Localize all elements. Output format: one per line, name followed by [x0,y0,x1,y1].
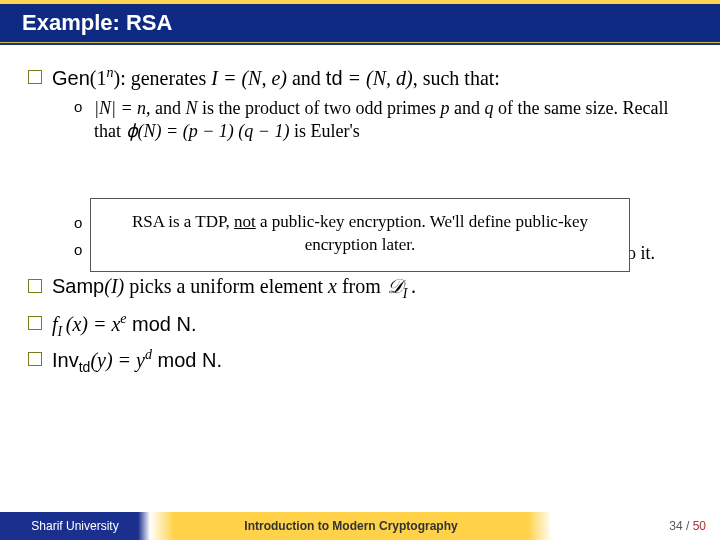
subbullet-n: |N| = n, and N is the product of two odd… [74,97,692,143]
gen-mid: : generates [120,67,211,89]
samp-arg: (I) [104,275,124,297]
gen-arg-open: (1 [90,67,107,89]
gen-ieq: I = (N, e) [211,67,287,89]
inv-arg: (y) = y [90,349,145,371]
callout-a: RSA is a TDP, [132,212,234,231]
gen-tdeq: = (N, d) [343,67,413,89]
gen-fn: Gen [52,67,90,89]
callout-box: RSA is a TDP, not a public-key encryptio… [90,198,630,272]
s1-d: is the product of two odd primes [198,98,441,118]
s1-e: p [441,98,450,118]
samp-mid: picks a uniform element [124,275,328,297]
s1-c: N [186,98,198,118]
bullet-f: fI (x) = xe mod N. [28,310,692,341]
f-arg: (x) = x [66,312,121,334]
samp-fn: Samp [52,275,104,297]
page-number: 34 [669,519,682,533]
inv-sup: d [145,347,152,362]
page-total: 50 [693,519,706,533]
slide-content: Gen(1n): generates I = (N, e) and td = (… [0,56,720,500]
footer: Sharif University Introduction to Modern… [0,512,720,540]
inv-tail: mod N. [152,349,222,371]
samp-x: x [328,275,337,297]
callout-c: a public-key encryption. We'll define pu… [256,212,588,254]
f-tail: mod N. [127,312,197,334]
s1-a: |N| = n [94,98,146,118]
gen-and: and [287,67,326,89]
slide-title: Example: RSA [22,10,172,36]
slide: Example: RSA Gen(1n): generates I = (N, … [0,0,720,540]
s1-tail: is Euler's [289,121,359,141]
f-sub: I [58,323,66,338]
gen-tail: , such that: [413,67,500,89]
samp-dot: . [411,275,416,297]
samp-D: 𝒟 [386,275,403,297]
inv-pre: Inv [52,349,79,371]
s1-phi: ϕ(N) = (p − 1) (q − 1) [126,121,290,141]
gen-td: td [326,67,343,89]
s1-g: q [485,98,494,118]
bullet-samp: Samp(I) picks a uniform element x from 𝒟… [28,273,692,303]
page-sep: / [683,519,693,533]
footer-mid: Introduction to Modern Cryptography [150,512,552,540]
s1-f: and [450,98,485,118]
title-bar: Example: RSA [0,0,720,42]
samp-from: from [337,275,386,297]
footer-left: Sharif University [0,512,150,540]
bullet-inv: Invtd(y) = yd mod N. [28,346,692,377]
title-underline [0,42,720,45]
callout-b: not [234,212,256,231]
inv-sub: td [79,359,91,375]
s1-b: , and [146,98,186,118]
footer-right: 34 / 50 [552,512,720,540]
